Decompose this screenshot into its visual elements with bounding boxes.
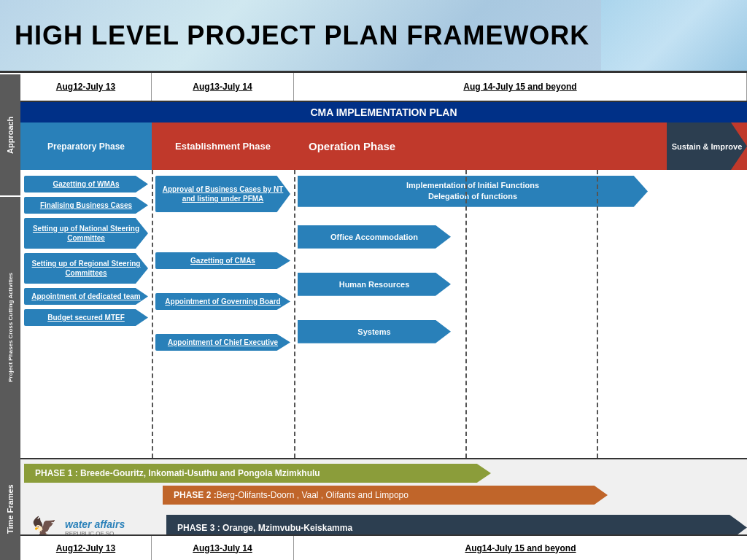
bottom-col2: Aug13-July 14 xyxy=(152,536,294,560)
bottom-col3: Aug14-July 15 and beyond xyxy=(294,536,747,560)
col1-tasks: Gazetting of WMAs Finalising Business Ca… xyxy=(20,170,152,458)
header: HIGH LEVEL PROJECT PLAN FRAMEWORK xyxy=(0,0,747,73)
project-phases-label: Project Phases Cross Cutting Activities xyxy=(0,195,20,458)
task-systems[interactable]: Systems xyxy=(298,320,451,343)
approach-phases-bar: Preparatory Phase Establishment Phase Op… xyxy=(20,122,747,170)
col2-tasks: Approval of Business Cases by NT and lis… xyxy=(152,170,294,458)
task-governing-board[interactable]: Appointment of Governing Board xyxy=(155,293,290,310)
phase2-bar: PHASE 2 : Berg-Olifants-Doorn , Vaal , O… xyxy=(163,486,608,505)
page-title: HIGH LEVEL PROJECT PLAN FRAMEWORK xyxy=(15,20,589,51)
operation-phase: Operation Phase xyxy=(294,122,667,170)
timeline-col1: Aug12-July 13 xyxy=(20,73,152,101)
task-regional-steering[interactable]: Setting up of Regional Steering Committe… xyxy=(24,253,148,284)
bottom-timeline: Aug12-July 13 Aug13-July 14 Aug14-July 1… xyxy=(20,534,747,560)
phase1-bar: PHASE 1 : Breede-Gouritz, Inkomati-Usuth… xyxy=(24,464,491,483)
task-finalising-business[interactable]: Finalising Business Cases xyxy=(24,197,148,214)
grid-area: Gazetting of WMAs Finalising Business Ca… xyxy=(20,170,747,458)
task-dedicated-team[interactable]: Appointment of dedicated team xyxy=(24,288,148,305)
establishment-phase: Establishment Phase xyxy=(152,122,294,170)
time-frames-label: Time Frames xyxy=(0,458,20,560)
time-frames-section: PHASE 1 : Breede-Gouritz, Inkomati-Usuth… xyxy=(20,458,747,560)
task-budget-secured[interactable]: Budget secured MTEF xyxy=(24,309,148,326)
task-gazetting-wmas[interactable]: Gazetting of WMAs xyxy=(24,176,148,192)
approach-label: Approach xyxy=(0,73,20,195)
impl-functions-bar: Implementation of Initial Functions Dele… xyxy=(298,176,648,207)
task-national-steering[interactable]: Setting up of National Steering Committe… xyxy=(24,218,148,249)
timeline-header: Aug12-July 13 Aug13-July 14 Aug 14-July … xyxy=(20,73,747,102)
main-content: Approach Project Phases Cross Cutting Ac… xyxy=(0,73,747,560)
task-approval-business[interactable]: Approval of Business Cases by NT and lis… xyxy=(155,176,290,212)
timeline-col3: Aug 14-July 15 and beyond xyxy=(294,73,747,101)
col3-tasks: Implementation of Initial Functions Dele… xyxy=(294,170,747,458)
task-human-resources[interactable]: Human Resources xyxy=(298,273,451,296)
logo-main-text: water affairs xyxy=(65,518,125,530)
task-chief-executive[interactable]: Appointment of Chief Executive xyxy=(155,334,290,351)
task-gazetting-cmas[interactable]: Gazetting of CMAs xyxy=(155,252,290,269)
right-content: Aug12-July 13 Aug13-July 14 Aug 14-July … xyxy=(20,73,747,560)
preparatory-phase: Preparatory Phase xyxy=(20,122,152,170)
bottom-col1: Aug12-July 13 xyxy=(20,536,152,560)
sustain-phase: Sustain & Improve xyxy=(667,122,747,170)
task-office-accommodation[interactable]: Office Accommodation xyxy=(298,225,451,249)
cma-bar: CMA IMPLEMENTATION PLAN xyxy=(20,102,747,122)
left-labels: Approach Project Phases Cross Cutting Ac… xyxy=(0,73,20,560)
timeline-col2: Aug13-July 14 xyxy=(152,73,294,101)
